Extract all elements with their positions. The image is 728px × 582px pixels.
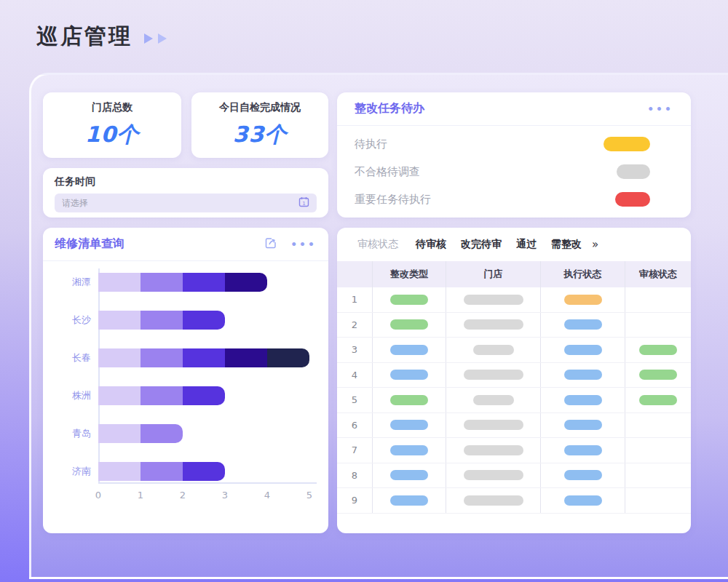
task-time-picker[interactable]: 请选择 1 <box>55 194 317 212</box>
status-pill <box>464 495 523 506</box>
review-status-cell <box>625 463 691 488</box>
chart-bar-segment <box>267 348 309 367</box>
table-row[interactable]: 5 <box>337 388 691 413</box>
repair-bar-chart: 湘潭 长沙 长春 株洲 青岛 济南 012345 <box>56 273 318 520</box>
exec-status-cell <box>540 463 625 488</box>
exec-status-cell <box>540 488 625 513</box>
status-pill <box>390 295 428 305</box>
table-header-cell: 审核状态 <box>625 261 691 287</box>
chart-bar-segment <box>98 273 141 292</box>
status-pill <box>639 345 677 355</box>
table-row[interactable]: 4 <box>337 363 691 388</box>
tab-通过[interactable]: 通过 <box>516 238 537 251</box>
chart-category-label: 株洲 <box>56 389 91 402</box>
status-pill <box>564 495 602 506</box>
store-cell <box>446 313 540 338</box>
status-pill <box>564 420 602 430</box>
table-row[interactable]: 9 <box>337 488 691 514</box>
review-status-cell <box>625 413 691 438</box>
review-status-cell <box>625 313 691 338</box>
row-number-cell: 4 <box>337 363 372 388</box>
todo-item[interactable]: 不合格待调查 <box>337 158 691 186</box>
chart-bar-segment <box>225 273 267 292</box>
chart-category-label: 济南 <box>56 465 91 478</box>
status-pill <box>564 345 602 355</box>
chart-y-axis <box>98 268 100 484</box>
status-pill <box>564 370 602 380</box>
status-pill <box>390 470 428 480</box>
chart-x-tick-label: 2 <box>174 490 191 501</box>
status-pill <box>564 395 602 405</box>
review-status-cell <box>625 438 691 463</box>
chart-stacked-bar <box>98 424 183 443</box>
chart-stacked-bar <box>98 386 225 405</box>
chart-x-axis <box>98 482 317 484</box>
table-row[interactable]: 8 <box>337 463 691 489</box>
row-number: 8 <box>352 470 357 481</box>
status-pill <box>390 420 428 430</box>
todo-item-label: 待执行 <box>355 137 387 151</box>
status-pill <box>564 295 602 305</box>
review-status-cell <box>625 388 691 412</box>
table-row[interactable]: 1 <box>337 287 691 313</box>
store-cell <box>446 287 540 312</box>
chart-bar-segment <box>98 311 141 330</box>
chart-bar-segment <box>141 386 183 405</box>
export-icon[interactable] <box>264 236 277 252</box>
todo-status-pill <box>615 192 650 207</box>
more-menu-icon[interactable]: ••• <box>647 103 673 115</box>
tab-待审核[interactable]: 待审核 <box>416 238 446 251</box>
row-number-cell: 6 <box>337 413 372 438</box>
row-number: 9 <box>352 495 357 506</box>
tab-改完待审[interactable]: 改完待审 <box>461 238 502 251</box>
todo-item[interactable]: 待执行 <box>337 130 691 158</box>
chart-stacked-bar <box>98 273 267 292</box>
chart-bar-segment <box>98 424 141 443</box>
stat-value: 33个 <box>233 120 288 150</box>
review-status-cell <box>625 488 691 513</box>
status-pill <box>464 420 523 430</box>
table-row[interactable]: 2 <box>337 313 691 338</box>
review-filter-row: 审核状态 待审核改完待审通过需整改 » <box>337 228 691 261</box>
rectify-type-cell <box>372 413 446 438</box>
chart-bar-segment <box>141 462 183 481</box>
table-header-cell: 门店 <box>446 261 540 287</box>
store-cell <box>446 363 540 388</box>
row-number-cell: 7 <box>337 438 372 463</box>
review-filter-label: 审核状态 <box>357 238 398 251</box>
exec-status-cell <box>540 287 625 312</box>
table-row[interactable]: 7 <box>337 438 691 463</box>
chart-row: 济南 <box>56 462 318 481</box>
tab-需整改[interactable]: 需整改 <box>551 238 582 251</box>
status-pill <box>390 370 428 380</box>
review-status-cell <box>625 363 691 388</box>
svg-text:1: 1 <box>302 200 305 206</box>
status-pill <box>464 445 523 455</box>
todo-card: 整改任务待办 ••• 待执行 不合格待调查 重要任务待执行 <box>337 92 691 218</box>
status-pill <box>473 395 514 405</box>
status-pill <box>464 319 523 330</box>
chart-row: 长春 <box>56 348 318 367</box>
tabs-overflow-icon[interactable]: » <box>592 238 598 251</box>
status-pill <box>390 445 428 455</box>
store-cell <box>446 488 540 513</box>
page-header: 巡店管理 <box>36 22 168 52</box>
chart-row: 湘潭 <box>56 273 318 292</box>
status-pill <box>464 370 523 380</box>
chart-bar-segment <box>183 273 225 292</box>
chart-row: 株洲 <box>56 386 318 405</box>
more-menu-icon[interactable]: ••• <box>290 239 317 250</box>
rectify-type-cell <box>372 363 446 388</box>
table-row[interactable]: 3 <box>337 338 691 363</box>
task-time-placeholder: 请选择 <box>62 197 88 210</box>
table-header-cell: 整改类型 <box>372 261 446 287</box>
table-row[interactable]: 6 <box>337 413 691 439</box>
row-number-cell: 1 <box>337 287 372 312</box>
row-number-cell: 8 <box>337 463 372 488</box>
chart-bar-segment <box>183 311 225 330</box>
exec-status-cell <box>540 438 625 463</box>
chart-bar-segment <box>98 386 141 405</box>
rectify-type-cell <box>372 287 446 312</box>
todo-item[interactable]: 重要任务待执行 <box>337 186 691 213</box>
review-status-cell <box>625 287 691 312</box>
